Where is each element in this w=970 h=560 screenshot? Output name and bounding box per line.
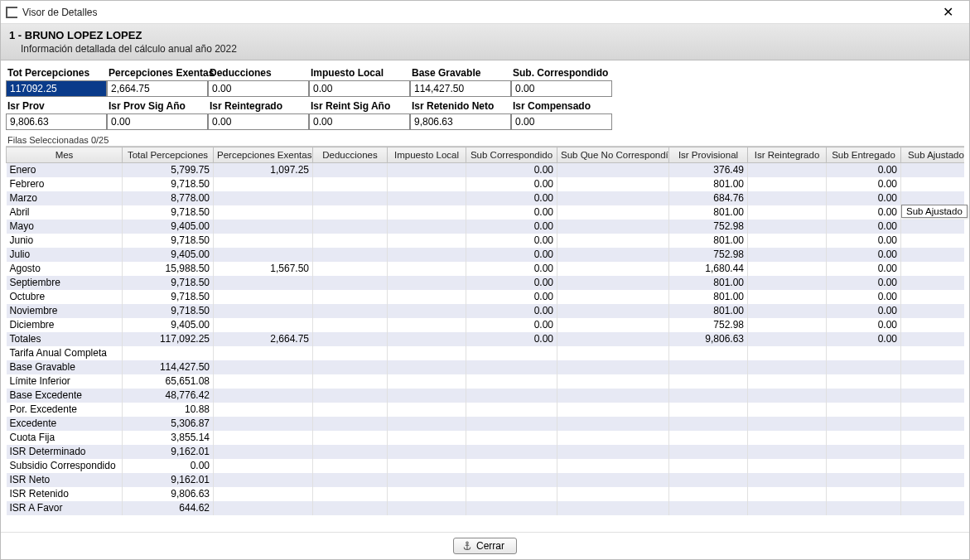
close-icon[interactable]: ✕ <box>931 4 964 20</box>
table-row[interactable]: ISR Retenido9,806.63 <box>7 487 965 501</box>
grid-cell: 0.00 <box>827 163 901 177</box>
table-row[interactable]: Excedente5,306.87 <box>7 417 965 431</box>
summary-input[interactable] <box>511 113 612 130</box>
table-row[interactable]: Enero5,799.751,097.250.00376.490.00 <box>7 163 965 177</box>
summary-label: Sub. Correspondido <box>511 65 612 80</box>
table-row[interactable]: Totales117,092.252,664.750.009,806.630.0… <box>7 332 965 346</box>
grid-cell: Octubre <box>7 290 123 304</box>
grid-cell <box>901 360 965 374</box>
grid-header-cell[interactable]: Isr Provisional <box>669 147 748 163</box>
grid-cell <box>748 431 827 445</box>
table-row[interactable]: Diciembre9,405.000.00752.980.00 <box>7 318 965 332</box>
grid-cell <box>748 487 827 501</box>
table-row[interactable]: Junio9,718.500.00801.000.00 <box>7 234 965 248</box>
grid-header-cell[interactable]: Sub Correspondido <box>466 147 557 163</box>
table-row[interactable]: ISR Determinado9,162.01 <box>7 445 965 459</box>
grid-cell <box>313 417 388 431</box>
grid-cell <box>388 248 466 262</box>
summary-input[interactable] <box>107 80 208 97</box>
grid-cell: 0.00 <box>827 191 901 205</box>
grid-cell: 0.00 <box>123 459 214 473</box>
table-row[interactable]: Febrero9,718.500.00801.000.00 <box>7 177 965 191</box>
grid-cell <box>313 346 388 360</box>
summary-input[interactable] <box>511 80 612 97</box>
grid-header-row: MesTotal PercepcionesPercepciones Exenta… <box>7 147 965 163</box>
grid-cell: 0.00 <box>827 290 901 304</box>
grid-header-cell[interactable]: Sub Entregado <box>827 147 901 163</box>
grid-cell: 0.00 <box>827 234 901 248</box>
grid-cell <box>827 487 901 501</box>
grid-header-cell[interactable]: Mes <box>7 147 123 163</box>
close-button[interactable]: Cerrar <box>453 538 517 554</box>
grid-cell <box>214 459 313 473</box>
summary-input[interactable] <box>309 113 410 130</box>
grid-cell <box>901 220 965 234</box>
table-row[interactable]: ISR Neto9,162.01 <box>7 473 965 487</box>
grid-cell: 9,718.50 <box>123 177 214 191</box>
grid-cell: Base Excedente <box>7 389 123 403</box>
grid-cell <box>313 262 388 276</box>
grid-cell: Excedente <box>7 417 123 431</box>
grid-header-cell[interactable]: Sub Que No Correspondía <box>557 147 669 163</box>
grid-header-cell[interactable]: Sub Ajustado <box>901 147 965 163</box>
table-row[interactable]: Límite Inferior65,651.08 <box>7 374 965 389</box>
table-row[interactable]: Julio9,405.000.00752.980.00 <box>7 248 965 262</box>
summary-input[interactable] <box>6 80 107 97</box>
grid-cell: 5,306.87 <box>123 417 214 431</box>
grid-cell: 752.98 <box>669 220 748 234</box>
table-row[interactable]: Base Excedente48,776.42 <box>7 389 965 403</box>
table-row[interactable]: Septiembre9,718.500.00801.000.00 <box>7 276 965 290</box>
table-row[interactable]: Por. Excedente10.88 <box>7 403 965 417</box>
grid-cell: 644.62 <box>123 501 214 515</box>
grid-cell: 10.88 <box>123 403 214 417</box>
summary-input[interactable] <box>208 113 309 130</box>
summary-input[interactable] <box>410 113 511 130</box>
grid-cell <box>557 304 669 318</box>
grid-cell <box>313 374 388 389</box>
summary-input[interactable] <box>410 80 511 97</box>
summary-row-2: Isr ProvIsr Prov Sig AñoIsr ReintegradoI… <box>6 99 964 130</box>
grid-cell <box>557 262 669 276</box>
summary-field: Isr Compensado <box>511 99 612 130</box>
grid-cell <box>388 459 466 473</box>
grid-cell <box>466 403 557 417</box>
table-row[interactable]: Subsidio Correspondido0.00 <box>7 459 965 473</box>
grid-container: MesTotal PercepcionesPercepciones Exenta… <box>6 146 964 529</box>
table-row[interactable]: Mayo9,405.000.00752.980.00 <box>7 220 965 234</box>
grid-cell <box>388 234 466 248</box>
summary-field: Isr Reintegrado <box>208 99 309 130</box>
detail-grid[interactable]: MesTotal PercepcionesPercepciones Exenta… <box>6 147 964 515</box>
table-row[interactable]: Marzo8,778.000.00684.760.00 <box>7 191 965 205</box>
table-row[interactable]: Tarifa Anual Completa <box>7 346 965 360</box>
grid-cell <box>748 290 827 304</box>
grid-header-cell[interactable]: Isr Reintegrado <box>748 147 827 163</box>
table-row[interactable]: Abril9,718.500.00801.000.00 <box>7 205 965 220</box>
grid-cell <box>748 248 827 262</box>
grid-cell <box>557 431 669 445</box>
summary-field: Isr Reint Sig Año <box>309 99 410 130</box>
grid-cell <box>669 360 748 374</box>
table-row[interactable]: Octubre9,718.500.00801.000.00 <box>7 290 965 304</box>
grid-cell <box>388 177 466 191</box>
table-row[interactable]: Agosto15,988.501,567.500.001,680.440.00 <box>7 262 965 276</box>
summary-input[interactable] <box>309 80 410 97</box>
grid-cell <box>313 220 388 234</box>
grid-header-cell[interactable]: Percepciones Exentas <box>214 147 313 163</box>
summary-input[interactable] <box>208 80 309 97</box>
summary-label: Percepciones Exentas <box>107 65 208 80</box>
table-row[interactable]: ISR A Favor644.62 <box>7 501 965 515</box>
table-row[interactable]: Base Gravable114,427.50 <box>7 360 965 374</box>
rows-selected-label: Filas Seleccionadas 0/25 <box>6 132 964 146</box>
table-row[interactable]: Noviembre9,718.500.00801.000.00 <box>7 304 965 318</box>
grid-header-cell[interactable]: Total Percepciones <box>123 147 214 163</box>
summary-input[interactable] <box>107 113 208 130</box>
grid-header-cell[interactable]: Deducciones <box>313 147 388 163</box>
grid-header-cell[interactable]: Impuesto Local <box>388 147 466 163</box>
grid-cell <box>214 501 313 515</box>
grid-cell <box>901 191 965 205</box>
summary-input[interactable] <box>6 113 107 130</box>
grid-cell: 65,651.08 <box>123 374 214 389</box>
grid-cell <box>901 248 965 262</box>
table-row[interactable]: Cuota Fija3,855.14 <box>7 431 965 445</box>
grid-cell <box>313 248 388 262</box>
